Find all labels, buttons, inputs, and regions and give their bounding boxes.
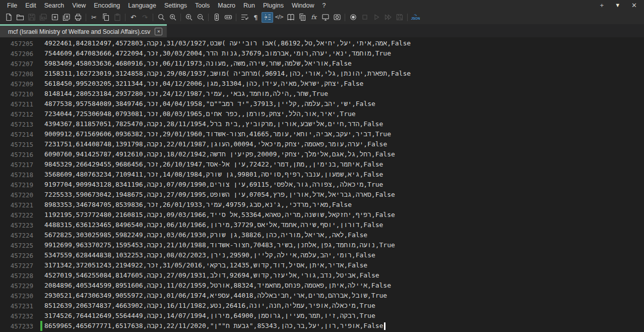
json-format-button[interactable]: ↷JSON: [410, 12, 421, 23]
line-text[interactable]: 4394367,‎811857051,‎7825470,‎נקבה,‎28/11…: [44, 120, 383, 128]
line-text[interactable]: 7234044,‎725306948,‎0793081,‎זכר,‎08/03/…: [44, 110, 356, 118]
menu-item-settings[interactable]: Settings: [160, 1, 191, 10]
line-text[interactable]: 7231751,‎614408748,‎1391798,‎נקבה,‎22/01…: [44, 140, 387, 148]
line-text[interactable]: 3171342,‎372051243,‎2194922,‎זכר,‎31/05/…: [44, 261, 367, 269]
cut-button[interactable]: ✂: [88, 12, 100, 23]
menu-item-window[interactable]: Window: [288, 1, 318, 10]
line-number[interactable]: 457210: [0, 90, 40, 98]
line-text[interactable]: 3568609,‎480763234,‎7109411,‎זכר,‎14/08/…: [44, 171, 383, 179]
close-window-icon[interactable]: ✕: [631, 2, 637, 9]
editor-line[interactable]: 4572183568609,‎480763234,‎7109411,‎זכר,‎…: [0, 170, 644, 180]
editor-line[interactable]: 4572075983409,‎458033636,‎4680916,‎זכר,‎…: [0, 59, 644, 69]
line-text[interactable]: 2930521,‎647306349,‎9055972,‎נקבה,‎01/06…: [44, 292, 387, 300]
indent-guide-button[interactable]: [262, 12, 273, 23]
zoom-in-button[interactable]: [183, 12, 195, 23]
line-text[interactable]: 5983409,‎458033636,‎4680916,‎זכר,‎06/11/…: [44, 60, 352, 68]
line-number[interactable]: 457222: [0, 211, 40, 219]
editor-line[interactable]: 4572323174526,‎764412649,‎5564449,‎נקבה,…: [0, 311, 644, 321]
line-text[interactable]: 5672825,‎303025985,‎5982249,‎נקבה,‎03/06…: [44, 231, 367, 239]
close-button[interactable]: [49, 12, 60, 23]
line-number[interactable]: 457230: [0, 292, 40, 300]
define-language-button[interactable]: </>: [273, 12, 285, 23]
document-map-button[interactable]: [285, 12, 296, 23]
zoom-out-button[interactable]: [195, 12, 206, 23]
line-number[interactable]: 457225: [0, 242, 40, 249]
line-number[interactable]: 457219: [0, 181, 40, 189]
line-number[interactable]: 457214: [0, 131, 40, 138]
line-number[interactable]: 457226: [0, 252, 40, 259]
line-number[interactable]: 457211: [0, 100, 40, 108]
editor-line[interactable]: 4572149009912,‎671569606,‎0936382,‎זכר,‎…: [0, 129, 644, 139]
editor-line[interactable]: 4572095618450,‎995203205,‎3211344,‎זכר,‎…: [0, 79, 644, 89]
line-number[interactable]: 457217: [0, 161, 40, 169]
line-number[interactable]: 457220: [0, 191, 40, 199]
line-number[interactable]: 457231: [0, 302, 40, 310]
line-number[interactable]: 457207: [0, 60, 40, 68]
editor-line[interactable]: 4572108148144,‎280523184,‎2937280,‎זכר,‎…: [0, 89, 644, 99]
editor-line[interactable]: 4572166090760,‎941425787,‎4912610,‎נקבה,…: [0, 149, 644, 159]
editor-line[interactable]: 4572179845329,‎266429455,‎9686456,‎זכר,‎…: [0, 159, 644, 170]
menu-item-plugins[interactable]: Plugins: [259, 1, 288, 10]
sync-horizontal-button[interactable]: [222, 12, 234, 23]
line-number[interactable]: 457221: [0, 201, 40, 209]
editor-line[interactable]: 4572265347559,‎628444838,‎1032253,‎נקבה,…: [0, 250, 644, 260]
editor-line[interactable]: 4572273171342,‎372051243,‎2194922,‎זכר,‎…: [0, 260, 644, 270]
editor-line[interactable]: 4572318512639,‎206374837,‎4663902,‎נקבה,…: [0, 301, 644, 311]
line-number[interactable]: 457213: [0, 121, 40, 128]
line-number[interactable]: 457212: [0, 110, 40, 118]
print-button[interactable]: [72, 12, 84, 23]
editor-line[interactable]: 4572082158311,‎162723019,‎3124858,‎נקבה,…: [0, 69, 644, 79]
editor-line[interactable]: 4572207225533,‎590673042,‎1948675,‎נקבה,…: [0, 190, 644, 200]
line-number[interactable]: 457216: [0, 151, 40, 158]
copy-button[interactable]: [100, 12, 111, 23]
line-number[interactable]: 457228: [0, 272, 40, 280]
editor-line[interactable]: 4572218983353,‎346784705,‎8539836,‎זכר,‎…: [0, 200, 644, 210]
line-text[interactable]: 8148144,‎280523184,‎2937280,‎זכר,‎24/12/…: [44, 90, 328, 98]
dropdown-window-icon[interactable]: ▼: [615, 3, 620, 8]
document-list-button[interactable]: [296, 12, 308, 23]
line-text[interactable]: 7225533,‎590673042,‎1948675,‎נקבה,‎27/09…: [44, 191, 395, 199]
function-list-button[interactable]: fx: [308, 12, 319, 23]
replace-button[interactable]: [167, 12, 178, 23]
editor-line[interactable]: 4572127234044,‎725306948,‎0793081,‎זכר,‎…: [0, 109, 644, 119]
undo-button[interactable]: ↶: [127, 12, 139, 23]
line-text[interactable]: 2158311,‎162723019,‎3124858,‎נקבה,‎29/08…: [44, 70, 411, 78]
editor-line[interactable]: 4572199197704,‎909943128,‎8341196,‎נקבה,…: [0, 180, 644, 190]
menu-item-help[interactable]: ?: [318, 1, 330, 10]
line-number[interactable]: 457218: [0, 171, 40, 179]
menu-item-search[interactable]: Search: [40, 1, 69, 10]
line-text[interactable]: 4877538,‎957584089,‎3849746,‎זכר,‎04/04/…: [44, 100, 375, 108]
line-text[interactable]: 9009912,‎671569606,‎0936382,‎זכר,‎29/01/…: [44, 130, 391, 138]
line-number[interactable]: 457223: [0, 222, 40, 229]
line-number[interactable]: 457233: [0, 322, 40, 330]
menu-item-language[interactable]: Language: [124, 1, 160, 10]
line-text[interactable]: 6090760,‎941425787,‎4912610,‎נקבה,‎18/02…: [44, 150, 395, 158]
editor-line[interactable]: 4572259912699,‎963370275,‎1595453,‎נקבה,…: [0, 240, 644, 250]
line-text[interactable]: 9845329,‎266429455,‎9686456,‎זכר,‎26/10/…: [44, 160, 383, 169]
line-number[interactable]: 457208: [0, 70, 40, 78]
editor-line[interactable]: 4572221192195,‎573772480,‎2160815,‎נקבה,…: [0, 210, 644, 220]
line-number[interactable]: 457229: [0, 282, 40, 290]
tab-close-icon[interactable]: ✕: [155, 28, 162, 35]
line-text[interactable]: 8512639,‎206374837,‎4663902,‎נקבה,‎16/11…: [44, 302, 375, 310]
editor-line[interactable]: 4572134394367,‎811857051,‎7825470,‎נקבה,…: [0, 119, 644, 129]
editor-line[interactable]: 4572292084896,‎405344599,‎8951606,‎נקבה,…: [0, 281, 644, 291]
line-text[interactable]: 8659965,‎465677771,‎6517638,‎נקבה,‎22/11…: [44, 322, 383, 330]
line-text[interactable]: 5347559,‎628444838,‎1032253,‎נקבה,‎08/02…: [44, 251, 375, 259]
open-folder-button[interactable]: [14, 12, 26, 23]
line-text[interactable]: 3174526,‎764412649,‎5564449,‎נקבה,‎14/07…: [44, 312, 375, 320]
editor-line[interactable]: 4572338659965,‎465677771,‎6517638,‎נקבה,…: [0, 321, 644, 331]
tab-csv-file[interactable]: mcf (Israeli Ministry of Welfare and Soc…: [0, 24, 167, 37]
menu-item-tools[interactable]: Tools: [191, 1, 214, 10]
line-text[interactable]: 9912699,‎963370275,‎1595453,‎נקבה,‎21/10…: [44, 241, 395, 249]
menu-item-edit[interactable]: Edit: [21, 1, 40, 10]
file-monitoring-button[interactable]: [331, 12, 343, 23]
line-text[interactable]: 4527019,‎546255084,‎8147605,‎נקבה,‎27/09…: [44, 271, 379, 280]
line-text[interactable]: 4922461,‎842812497,‎4572803,‎נקבה,‎31/03…: [44, 39, 411, 47]
monitor-button[interactable]: [319, 12, 331, 23]
editor-line[interactable]: 4572054922461,‎842812497,‎4572803,‎נקבה,…: [0, 38, 644, 48]
editor-line[interactable]: 4572245672825,‎303025985,‎5982249,‎נקבה,…: [0, 230, 644, 240]
editor-line[interactable]: 4572157231751,‎614408748,‎1391798,‎נקבה,…: [0, 139, 644, 149]
editor-line[interactable]: 4572234488315,‎636123465,‎8496540,‎נקבה,…: [0, 220, 644, 230]
editor-line[interactable]: 4572302930521,‎647306349,‎9055972,‎נקבה,…: [0, 291, 644, 301]
